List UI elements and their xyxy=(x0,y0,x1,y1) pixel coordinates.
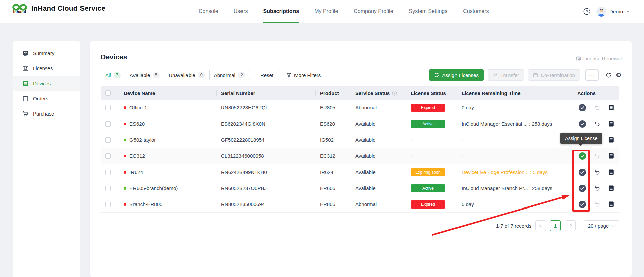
remaining-time-cell: - xyxy=(457,137,573,143)
product-cell: ES620 xyxy=(315,121,351,127)
bulk-actions: Assign Licenses Transfer Co-Termination … xyxy=(429,69,622,81)
license-status-dash: - xyxy=(411,153,412,159)
refresh-icon[interactable] xyxy=(605,72,612,78)
filter-tab-available[interactable]: Available5 xyxy=(125,70,165,80)
serial-number-cell: RN8052223HG6PQL xyxy=(216,105,315,110)
assign-license-button[interactable] xyxy=(579,152,586,160)
licenses-icon xyxy=(22,65,29,72)
nav-item-customers[interactable]: Customers xyxy=(463,0,489,23)
row-actions xyxy=(573,201,619,208)
info-icon[interactable] xyxy=(392,91,397,96)
row-checkbox[interactable] xyxy=(105,170,111,175)
more-actions-button[interactable]: ··· xyxy=(585,69,599,81)
page-size-select[interactable]: 20 / page xyxy=(584,220,619,231)
row-checkbox[interactable] xyxy=(105,202,111,207)
assign-licenses-button[interactable]: Assign Licenses xyxy=(429,69,484,81)
table-row: ER605-branch(demo)RN60523237O0PBJER605Av… xyxy=(101,180,619,196)
divider xyxy=(604,153,604,159)
table-row: Branch-ER805RN8052135000694ER805Abnormal… xyxy=(101,196,619,213)
filter-tab-unavailable[interactable]: Unavailable0 xyxy=(164,70,209,80)
license-details-button[interactable] xyxy=(608,104,614,111)
license-details-button[interactable] xyxy=(608,201,614,207)
sidebar: SummaryLicensesDevicesOrdersPurchase xyxy=(13,41,80,277)
assign-license-button[interactable] xyxy=(579,185,586,192)
sidebar-item-licenses[interactable]: Licenses xyxy=(13,61,80,76)
nav-item-users[interactable]: Users xyxy=(234,0,248,23)
filter-tab-label: Unavailable xyxy=(169,72,195,78)
row-checkbox-cell xyxy=(101,105,119,110)
revoke-license-button[interactable] xyxy=(594,104,600,111)
table-header: Device Name Serial Number Product Servic… xyxy=(101,86,619,100)
license-status-dash: - xyxy=(411,137,412,143)
service-status-cell: Available xyxy=(351,137,406,143)
divider xyxy=(590,121,590,127)
assign-license-button[interactable] xyxy=(579,104,586,111)
revoke-license-button[interactable] xyxy=(594,201,600,208)
assign-license-button[interactable] xyxy=(579,169,586,176)
orders-icon xyxy=(22,96,29,102)
nav-item-console[interactable]: Console xyxy=(199,0,218,23)
chevron-down-icon xyxy=(612,223,615,227)
filter-tab-all[interactable]: All7 xyxy=(101,70,125,80)
sidebar-item-orders[interactable]: Orders xyxy=(13,91,80,106)
serial-number-cell: RN60523237O0PBJ xyxy=(216,185,315,191)
row-checkbox[interactable] xyxy=(105,153,111,159)
row-checkbox[interactable] xyxy=(105,186,111,191)
service-status-cell: Available xyxy=(351,185,406,191)
settings-gear-icon[interactable]: ⚙ xyxy=(616,72,622,78)
assign-license-button[interactable] xyxy=(579,201,586,208)
remaining-time-cell: DeviceLive Edge Profession... : 5 days xyxy=(457,169,573,175)
sidebar-item-label: Orders xyxy=(33,96,48,101)
reset-button[interactable]: Reset xyxy=(255,70,279,80)
revoke-license-button[interactable] xyxy=(594,121,600,127)
user-name: Demo xyxy=(609,9,623,14)
license-details-button[interactable] xyxy=(608,153,614,159)
license-renewal-link[interactable]: License Renewal xyxy=(576,56,622,61)
license-status-cell: Active xyxy=(406,120,457,128)
license-details-button[interactable] xyxy=(608,169,614,175)
assign-license-tooltip: Assign License xyxy=(560,133,602,144)
device-name: Office-1 xyxy=(129,105,147,110)
license-status-cell: - xyxy=(406,137,457,143)
status-dot-green xyxy=(124,187,126,190)
sidebar-item-summary[interactable]: Summary xyxy=(13,46,80,61)
license-details-button[interactable] xyxy=(608,137,614,143)
help-icon[interactable]: ? xyxy=(583,8,590,15)
nav-item-company-profile[interactable]: Company Profile xyxy=(354,0,393,23)
more-filters-button[interactable]: More Filters xyxy=(286,72,321,78)
page-number-button[interactable]: 1 xyxy=(550,220,561,231)
sidebar-item-purchase[interactable]: Purchase xyxy=(13,106,80,121)
col-license-status: License Status xyxy=(406,86,457,100)
license-details-button[interactable] xyxy=(608,121,614,127)
product-cell: EC312 xyxy=(315,153,351,159)
revoke-license-button[interactable] xyxy=(594,153,600,159)
service-status-cell: Abnormal xyxy=(351,105,406,110)
revoke-license-button[interactable] xyxy=(594,185,600,192)
remaining-time-cell: 0 day xyxy=(457,105,573,110)
row-checkbox[interactable] xyxy=(105,137,111,143)
co-termination-button[interactable]: Co-Termination xyxy=(528,69,580,81)
nav-item-subscriptions[interactable]: Subscriptions xyxy=(263,0,299,23)
row-checkbox[interactable] xyxy=(105,121,111,127)
chevron-left-icon xyxy=(539,224,543,227)
revoke-license-button[interactable] xyxy=(594,169,600,176)
select-all-checkbox[interactable] xyxy=(105,90,111,96)
filter-tab-abnormal[interactable]: Abnormal2 xyxy=(209,70,250,80)
remaining-time-cell: - xyxy=(457,153,573,159)
row-checkbox[interactable] xyxy=(105,105,111,110)
sidebar-item-devices[interactable]: Devices xyxy=(13,76,80,91)
prev-page-button[interactable] xyxy=(535,220,546,231)
nav-item-system-settings[interactable]: System Settings xyxy=(409,0,448,23)
license-details-button[interactable] xyxy=(608,185,614,191)
next-page-button[interactable] xyxy=(565,220,576,231)
device-name-cell: ER605-branch(demo) xyxy=(119,185,216,191)
sidebar-item-label: Licenses xyxy=(33,65,53,71)
user-menu[interactable]: Demo xyxy=(596,7,629,17)
row-checkbox-cell xyxy=(101,170,119,175)
transfer-button[interactable]: Transfer xyxy=(488,69,524,81)
serial-number-cell: CL3122346000058 xyxy=(216,153,315,159)
nav-item-my-profile[interactable]: My Profile xyxy=(314,0,338,23)
assign-license-button[interactable] xyxy=(579,120,586,128)
devices-table: Device Name Serial Number Product Servic… xyxy=(101,86,619,213)
filter-tab-label: Available xyxy=(130,72,150,78)
